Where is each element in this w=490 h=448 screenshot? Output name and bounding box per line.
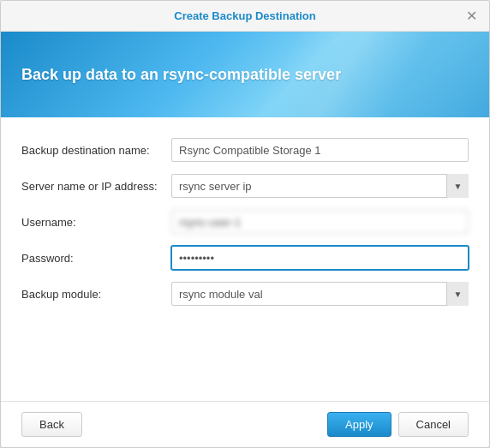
- create-backup-dialog: Create Backup Destination ✕ Back up data…: [0, 0, 490, 448]
- username-row: Username:: [21, 210, 469, 234]
- form-area: Backup destination name: Server name or …: [1, 117, 489, 401]
- password-label: Password:: [21, 252, 171, 265]
- footer: Back Apply Cancel: [1, 401, 489, 447]
- backup-module-row: Backup module: rsync module val ▼: [21, 282, 469, 306]
- apply-button[interactable]: Apply: [327, 412, 391, 437]
- destination-name-label: Backup destination name:: [21, 144, 171, 157]
- server-name-label: Server name or IP address:: [21, 180, 171, 193]
- destination-name-input[interactable]: [171, 138, 469, 162]
- password-input[interactable]: [171, 246, 469, 270]
- close-icon: ✕: [466, 9, 477, 23]
- username-label: Username:: [21, 216, 171, 229]
- dialog-title: Create Backup Destination: [174, 9, 315, 22]
- password-row: Password:: [21, 246, 469, 270]
- destination-name-row: Backup destination name:: [21, 138, 469, 162]
- title-bar: Create Backup Destination ✕: [1, 1, 489, 32]
- footer-right-buttons: Apply Cancel: [327, 412, 469, 437]
- backup-module-select[interactable]: rsync module val: [171, 282, 469, 306]
- back-button[interactable]: Back: [21, 412, 82, 437]
- backup-module-label: Backup module:: [21, 288, 171, 301]
- server-name-row: Server name or IP address: rsync server …: [21, 174, 469, 198]
- close-button[interactable]: ✕: [463, 9, 479, 24]
- server-select[interactable]: rsync server ip: [171, 174, 469, 198]
- backup-module-select-wrapper: rsync module val ▼: [171, 282, 469, 306]
- header-banner: Back up data to an rsync-compatible serv…: [1, 32, 489, 117]
- header-title: Back up data to an rsync-compatible serv…: [21, 66, 341, 84]
- server-select-wrapper: rsync server ip ▼: [171, 174, 469, 198]
- username-input[interactable]: [171, 210, 469, 234]
- cancel-button[interactable]: Cancel: [398, 412, 469, 437]
